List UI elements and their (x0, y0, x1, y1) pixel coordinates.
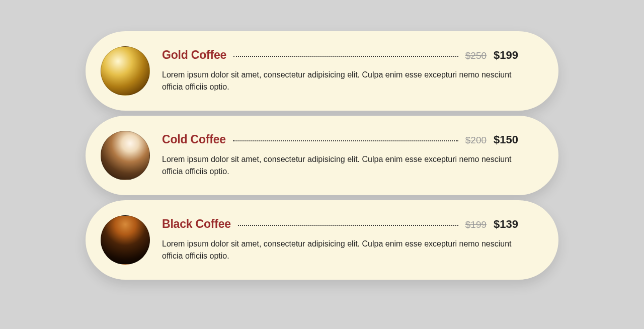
menu-dotted-divider (233, 140, 458, 141)
menu-card: Cold Coffee $200 $150 Lorem ipsum dolor … (86, 116, 558, 195)
menu-name: Gold Coffee (162, 48, 226, 62)
menu-dotted-divider (233, 56, 458, 57)
menu-price-new: $199 (494, 49, 518, 62)
menu-price-old: $250 (465, 50, 487, 61)
menu-desc: Lorem ipsum dolor sit amet, consectetur … (162, 153, 518, 178)
menu-body: Cold Coffee $200 $150 Lorem ipsum dolor … (162, 131, 518, 178)
menu-card: Black Coffee $199 $139 Lorem ipsum dolor… (86, 200, 558, 280)
menu-desc: Lorem ipsum dolor sit amet, consectetur … (162, 69, 518, 93)
menu-list: Gold Coffee $250 $199 Lorem ipsum dolor … (86, 31, 558, 280)
menu-header: Cold Coffee $200 $150 (162, 133, 518, 146)
menu-header: Gold Coffee $250 $199 (162, 48, 518, 62)
menu-price-new: $150 (494, 133, 518, 146)
menu-name: Black Coffee (162, 217, 231, 231)
menu-body: Gold Coffee $250 $199 Lorem ipsum dolor … (162, 46, 518, 93)
menu-dotted-divider (238, 225, 458, 226)
menu-card: Gold Coffee $250 $199 Lorem ipsum dolor … (86, 31, 558, 111)
menu-image-cold-coffee (101, 131, 150, 180)
menu-name: Cold Coffee (162, 133, 226, 146)
menu-image-gold-coffee (101, 46, 150, 96)
menu-price-old: $199 (465, 219, 487, 230)
menu-price-new: $139 (494, 218, 518, 231)
menu-header: Black Coffee $199 $139 (162, 217, 518, 231)
menu-desc: Lorem ipsum dolor sit amet, consectetur … (162, 238, 518, 262)
menu-image-black-coffee (101, 215, 150, 265)
menu-body: Black Coffee $199 $139 Lorem ipsum dolor… (162, 215, 518, 262)
menu-price-old: $200 (465, 135, 487, 146)
